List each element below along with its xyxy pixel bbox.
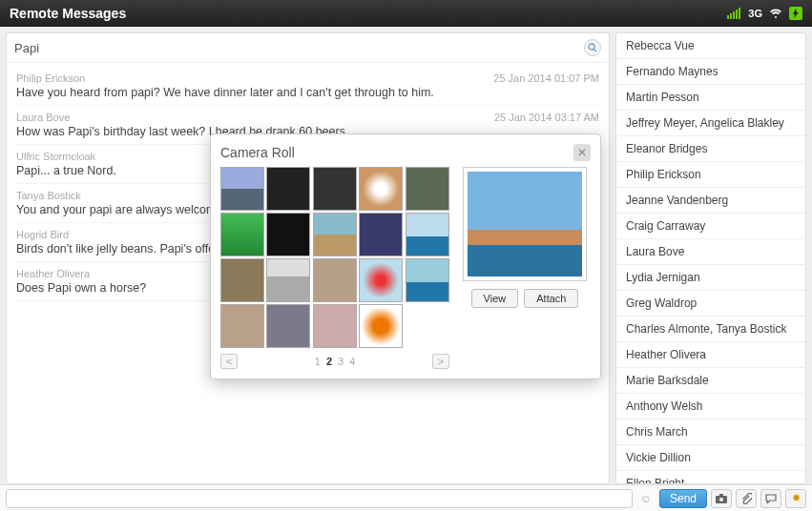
preview-pane: View Attach bbox=[459, 167, 591, 369]
thumbnail[interactable] bbox=[359, 213, 403, 256]
wifi-icon bbox=[770, 8, 781, 19]
emoji-button[interactable]: ☺ bbox=[636, 492, 656, 505]
thumbnail[interactable] bbox=[266, 213, 310, 256]
attach-button[interactable]: Attach bbox=[524, 289, 578, 308]
contact-item[interactable]: Martin Pesson bbox=[616, 85, 805, 111]
preview-image bbox=[463, 167, 587, 281]
contact-item[interactable]: Laura Bove bbox=[616, 239, 805, 265]
contact-item[interactable]: Lydia Jernigan bbox=[616, 265, 805, 291]
contact-item[interactable]: Jeanne Vandenberg bbox=[616, 188, 805, 214]
contact-item[interactable]: Philip Erickson bbox=[616, 162, 805, 188]
thumbnail[interactable] bbox=[313, 258, 357, 302]
camera-button[interactable] bbox=[711, 489, 732, 508]
thumbnail[interactable] bbox=[266, 304, 310, 348]
contact-item[interactable]: Eleanor Bridges bbox=[616, 136, 805, 162]
contact-item[interactable]: Jeffrey Meyer, Angelica Blakley bbox=[616, 111, 805, 136]
view-button[interactable]: View bbox=[471, 289, 519, 308]
thumbnail[interactable] bbox=[359, 167, 403, 211]
page-number[interactable]: 4 bbox=[349, 356, 355, 367]
thumbnail[interactable] bbox=[313, 304, 357, 348]
message-sender: Laura Bove bbox=[16, 112, 70, 123]
thumbnail-grid bbox=[220, 167, 449, 348]
close-button[interactable]: ✕ bbox=[573, 144, 591, 161]
message-body: Have you heard from papi? We have dinner… bbox=[16, 86, 599, 99]
signal-icon bbox=[727, 8, 740, 19]
contact-item[interactable]: Rebecca Vue bbox=[616, 33, 805, 59]
message-sender: Hogrid Bird bbox=[16, 229, 69, 240]
contact-item[interactable]: Marie Barksdale bbox=[616, 368, 805, 394]
thumbnail[interactable] bbox=[359, 258, 403, 302]
contact-item[interactable]: Heather Olivera bbox=[616, 342, 805, 368]
prev-page-button[interactable]: < bbox=[220, 354, 238, 369]
app-header: Remote Messages 3G bbox=[0, 0, 812, 27]
svg-point-4 bbox=[719, 498, 723, 501]
thumbnail[interactable] bbox=[220, 167, 264, 211]
message-sender: Tanya Bostick bbox=[16, 190, 81, 201]
search-button[interactable] bbox=[584, 39, 601, 56]
page-number[interactable]: 2 bbox=[326, 356, 332, 367]
contact-item[interactable]: Craig Carraway bbox=[616, 214, 805, 239]
thumbnail-grid-wrap: < 1234 > bbox=[220, 167, 449, 369]
contact-item[interactable]: Charles Almonte, Tanya Bostick bbox=[616, 317, 805, 342]
app-title: Remote Messages bbox=[10, 6, 126, 21]
thumbnail[interactable] bbox=[359, 304, 403, 348]
svg-line-1 bbox=[593, 49, 596, 51]
thumbnail[interactable] bbox=[406, 213, 449, 256]
message-item[interactable]: Philip Erickson25 Jan 2014 01:07 PMHave … bbox=[16, 67, 599, 106]
contact-sidebar[interactable]: Rebecca VueFernando MaynesMartin PessonJ… bbox=[615, 32, 806, 484]
chat-header: Papi bbox=[7, 33, 609, 63]
message-sender: Heather Olivera bbox=[16, 268, 90, 279]
svg-rect-3 bbox=[719, 494, 723, 497]
thumbnail[interactable] bbox=[220, 258, 264, 302]
compose-bar: ☺ Send ✸ bbox=[0, 484, 812, 511]
send-button[interactable]: Send bbox=[659, 489, 707, 508]
thumbnail[interactable] bbox=[313, 167, 357, 211]
chat-button[interactable] bbox=[760, 489, 781, 508]
contact-item[interactable]: Greg Waldrop bbox=[616, 291, 805, 317]
contact-item[interactable]: Anthony Welsh bbox=[616, 394, 805, 419]
message-time: 25 Jan 2014 03:17 AM bbox=[494, 112, 599, 123]
contact-item[interactable]: Chris March bbox=[616, 419, 805, 445]
settings-button[interactable]: ✸ bbox=[785, 489, 806, 508]
next-page-button[interactable]: > bbox=[432, 354, 449, 369]
page-number[interactable]: 1 bbox=[315, 356, 321, 367]
message-time: 25 Jan 2014 01:07 PM bbox=[493, 72, 599, 84]
chat-title: Papi bbox=[14, 41, 584, 55]
thumbnail[interactable] bbox=[313, 213, 357, 256]
contact-item[interactable]: Ellen Bright bbox=[616, 471, 805, 484]
modal-title: Camera Roll bbox=[220, 145, 295, 160]
thumbnail[interactable] bbox=[406, 258, 449, 302]
thumbnail[interactable] bbox=[220, 213, 264, 256]
thumbnail[interactable] bbox=[266, 167, 310, 211]
svg-point-0 bbox=[589, 44, 594, 50]
status-tray: 3G bbox=[727, 7, 802, 20]
message-sender: Ulfric Stormcloak bbox=[16, 151, 95, 162]
contact-item[interactable]: Vickie Dillion bbox=[616, 445, 805, 471]
contact-item[interactable]: Fernando Maynes bbox=[616, 59, 805, 85]
page-number[interactable]: 3 bbox=[338, 356, 344, 367]
page-numbers: 1234 bbox=[315, 356, 356, 367]
thumbnail[interactable] bbox=[266, 258, 310, 302]
attachment-button[interactable] bbox=[736, 489, 757, 508]
battery-icon bbox=[789, 7, 802, 20]
pager: < 1234 > bbox=[220, 354, 449, 369]
message-sender: Philip Erickson bbox=[16, 72, 85, 84]
thumbnail[interactable] bbox=[220, 304, 264, 348]
camera-roll-modal: Camera Roll ✕ < 1234 > View Attach bbox=[210, 133, 601, 379]
network-label: 3G bbox=[748, 8, 762, 19]
compose-input[interactable] bbox=[6, 489, 633, 508]
thumbnail[interactable] bbox=[406, 167, 449, 211]
